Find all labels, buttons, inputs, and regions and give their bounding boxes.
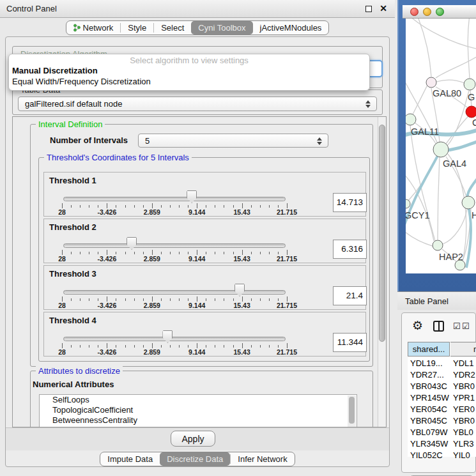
network-node[interactable] (426, 77, 436, 88)
table-data-combobox[interactable]: galFiltered.sif default node (18, 96, 377, 111)
table-row[interactable]: YDR27... YDR2 (408, 369, 476, 381)
column-header-name[interactable]: n (450, 342, 476, 357)
tab-style[interactable]: Style (121, 21, 153, 35)
network-node[interactable] (455, 260, 465, 270)
checkbox-icon[interactable]: ☑ (453, 321, 461, 331)
list-item[interactable]: SelfLoops (40, 395, 357, 405)
dropdown-option-manual-discretization[interactable]: Manual Discretization (9, 65, 369, 76)
table-panel-title: Table Panel (405, 296, 449, 306)
checkbox-icon[interactable]: ☑ (462, 321, 470, 331)
tab-label: Style (128, 23, 146, 33)
tab-label: Discretize Data (167, 454, 223, 464)
network-node[interactable] (433, 240, 443, 250)
node-label: GAL11 (411, 127, 439, 137)
split-columns-icon[interactable] (433, 321, 444, 332)
threshold-1-slider-handle[interactable] (187, 190, 197, 203)
float-window-icon[interactable] (365, 6, 372, 12)
threshold-2-panel: Threshold 2 -3.4262.8599.14415.4321.7152… (43, 219, 366, 263)
tick-label: 21.715 (277, 348, 297, 356)
threshold-4-value-field[interactable]: 11.344 (333, 333, 367, 352)
scrollbar-thumb[interactable] (379, 125, 385, 342)
node-label: GAL80 (433, 88, 461, 98)
node-label: H (472, 210, 476, 220)
threshold-2-slider-track[interactable] (63, 243, 286, 248)
network-node[interactable] (433, 142, 449, 157)
slider-scale: -3.4262.8599.14415.4321.71528 (62, 208, 287, 216)
bottom-tab-bar: Impute Data Discretize Data Infer Networ… (6, 449, 389, 466)
cell-name: YIL0 (453, 450, 476, 461)
network-node[interactable] (464, 79, 475, 90)
threshold-4-slider-handle[interactable] (162, 330, 173, 343)
threshold-3-slider-handle[interactable] (234, 284, 245, 296)
threshold-1-slider-track[interactable] (63, 197, 286, 201)
tab-select[interactable]: Select (154, 21, 191, 35)
table-row[interactable]: YBR045C YBR0 (408, 415, 476, 427)
node-table: shared... n YDL19... YDL1 YDR27... YDR2 (408, 342, 476, 457)
apply-strip: Apply (6, 427, 389, 450)
cell-shared-name: YBR045C (410, 415, 450, 427)
numerical-attributes-list[interactable]: SelfLoopsTopologicalCoefficientBetweenne… (39, 394, 357, 427)
num-intervals-label: Number of Intervals (50, 135, 128, 145)
dropdown-option-equal-width-frequency[interactable]: Equal Width/Frequency Discretization (9, 76, 369, 87)
node-label: GAL4 (443, 158, 466, 169)
slider-ticks (62, 343, 288, 348)
list-item[interactable]: BetweennessCentrality (40, 415, 357, 426)
table-row[interactable]: YPR145W YPR1 (408, 392, 476, 404)
node-label: GCY1 (406, 210, 430, 220)
threshold-2-value-field[interactable]: 6.316 (333, 240, 367, 259)
threshold-3-slider-track[interactable] (63, 290, 286, 295)
tab-infer-network[interactable]: Infer Network (231, 452, 294, 466)
table-row[interactable]: YIL052C YIL0 (408, 450, 476, 461)
apply-button[interactable]: Apply (171, 431, 215, 447)
table-row[interactable]: YER054C YER0 (408, 404, 476, 415)
close-traffic-light-icon[interactable] (410, 8, 418, 16)
section-title: Interval Definition (36, 119, 105, 129)
tick-label: 15.43 (233, 302, 250, 309)
network-node[interactable] (406, 199, 410, 208)
section-title: Threshold's Coordinates for 5 Intervals (44, 153, 192, 162)
cell-shared-name: YPR145W (410, 392, 450, 404)
tick-label: 15.43 (233, 208, 250, 216)
network-node[interactable] (406, 114, 416, 125)
cell-shared-name: YBL079W (410, 427, 450, 438)
threshold-label: Threshold 3 (49, 269, 96, 279)
network-node[interactable] (466, 106, 476, 118)
vertical-scrollbar[interactable] (378, 117, 386, 427)
spinner-arrows-icon (365, 100, 371, 109)
table-row[interactable]: YDL19... YDL1 (408, 358, 476, 369)
cyni-toolbox-panel: Discretization Algorithm Select algorith… (5, 36, 390, 467)
cell-shared-name: YBR043C (410, 381, 450, 392)
slider-ticks (62, 296, 288, 302)
table-row[interactable]: YBL079W YBL0 (408, 427, 476, 438)
spinner-arrows-icon (317, 137, 322, 146)
threshold-1-value-field[interactable]: 14.713 (333, 193, 367, 212)
list-item[interactable]: TopologicalCoefficient (40, 405, 357, 415)
threshold-label: Threshold 4 (49, 316, 96, 325)
zoom-traffic-light-icon[interactable] (436, 8, 444, 16)
table-row[interactable]: YLR345W YLR3 (408, 438, 476, 450)
tab-discretize-data[interactable]: Discretize Data (160, 452, 230, 466)
tick-label: -3.426 (98, 255, 117, 263)
gear-icon[interactable]: ⚙ (412, 318, 423, 333)
num-intervals-combobox[interactable]: 5 (138, 134, 328, 148)
column-header-shared[interactable]: shared... (408, 342, 450, 357)
network-window-titlebar[interactable] (403, 5, 476, 19)
tab-impute-data[interactable]: Impute Data (100, 452, 160, 466)
tab-jactivemnodules[interactable]: jActiveMNodules (253, 21, 329, 35)
tab-network[interactable]: Network (66, 21, 121, 35)
scrollbar-thumb[interactable] (349, 397, 355, 424)
tab-cyni-toolbox[interactable]: Cyni Toolbox (191, 21, 252, 35)
thresholds-section: Threshold's Coordinates for 5 Intervals … (38, 157, 370, 362)
tick-label: 2.859 (144, 302, 160, 309)
threshold-4-slider-track[interactable] (63, 337, 286, 341)
tick-label: 21.715 (277, 255, 297, 263)
network-canvas[interactable]: GAL80GCGAL11GAL4GCY1HHAP2 (406, 19, 476, 273)
network-node[interactable] (462, 196, 475, 209)
close-icon[interactable]: ✕ (380, 3, 387, 13)
minimize-traffic-light-icon[interactable] (423, 8, 431, 16)
table-row[interactable]: YBR043C YBR0 (408, 381, 476, 392)
threshold-3-value-field[interactable]: 21.4 (333, 286, 367, 305)
cell-shared-name: YLR345W (410, 438, 450, 450)
threshold-2-slider-handle[interactable] (127, 237, 137, 250)
list-scrollbar[interactable] (348, 395, 356, 427)
